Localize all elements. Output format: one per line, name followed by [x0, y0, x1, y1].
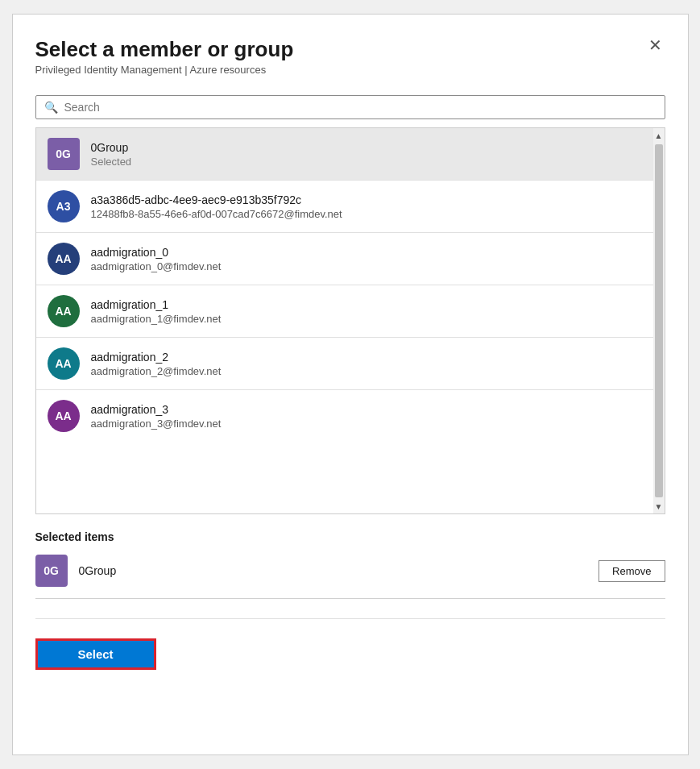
dialog-header: Select a member or group Privileged Iden… [35, 37, 665, 76]
selected-section: Selected items 0G 0Group Remove [35, 530, 665, 599]
avatar: AA [48, 295, 80, 327]
member-list-container: 0G 0Group Selected A3 a3a386d5-adbc-4ee9… [35, 127, 665, 514]
avatar: 0G [48, 138, 80, 170]
search-box: 🔍 [35, 95, 665, 119]
list-item[interactable]: AA aadmigration_1 aadmigration_1@fimdev.… [36, 285, 665, 338]
scroll-up-arrow[interactable]: ▲ [653, 128, 665, 143]
list-scroll-wrapper[interactable]: 0G 0Group Selected A3 a3a386d5-adbc-4ee9… [36, 128, 665, 513]
close-button[interactable]: ✕ [645, 37, 665, 53]
selected-item-row: 0G 0Group Remove [35, 555, 665, 599]
selected-avatar: 0G [35, 555, 68, 587]
dialog-footer: Select [35, 618, 665, 670]
avatar: AA [48, 347, 80, 380]
scroll-down-arrow[interactable]: ▼ [653, 499, 665, 513]
list-item[interactable]: AA aadmigration_3 aadmigration_3@fimdev.… [36, 390, 665, 442]
item-sub: 12488fb8-8a55-46e6-af0d-007cad7c6672@fim… [91, 208, 342, 220]
selected-item-name: 0Group [79, 564, 588, 577]
item-name: aadmigration_1 [91, 298, 222, 311]
dialog-title: Select a member or group [35, 37, 294, 62]
select-member-dialog: Select a member or group Privileged Iden… [12, 14, 689, 755]
list-item[interactable]: AA aadmigration_2 aadmigration_2@fimdev.… [36, 338, 665, 390]
item-name: a3a386d5-adbc-4ee9-aec9-e913b35f792c [91, 193, 342, 206]
item-sub: aadmigration_1@fimdev.net [91, 313, 222, 325]
close-icon: ✕ [648, 36, 662, 54]
scroll-thumb[interactable] [655, 144, 663, 497]
item-sub: aadmigration_2@fimdev.net [91, 365, 222, 377]
item-name: aadmigration_3 [91, 403, 222, 416]
item-sub: aadmigration_3@fimdev.net [91, 418, 222, 430]
select-button[interactable]: Select [35, 638, 156, 670]
header-text: Select a member or group Privileged Iden… [35, 37, 294, 76]
item-status: Selected [91, 156, 132, 168]
avatar: AA [48, 243, 80, 275]
item-info: aadmigration_0 aadmigration_0@fimdev.net [91, 246, 222, 272]
avatar: A3 [48, 190, 80, 222]
item-info: aadmigration_2 aadmigration_2@fimdev.net [91, 351, 222, 377]
item-info: aadmigration_3 aadmigration_3@fimdev.net [91, 403, 222, 430]
list-item[interactable]: AA aadmigration_0 aadmigration_0@fimdev.… [36, 233, 665, 285]
item-name: aadmigration_2 [91, 351, 222, 364]
item-info: aadmigration_1 aadmigration_1@fimdev.net [91, 298, 222, 325]
list-item[interactable]: A3 a3a386d5-adbc-4ee9-aec9-e913b35f792c … [36, 181, 665, 233]
item-name: aadmigration_0 [91, 246, 222, 259]
dialog-subtitle: Privileged Identity Management | Azure r… [35, 64, 294, 76]
selected-items-label: Selected items [35, 530, 665, 543]
avatar: AA [48, 400, 80, 432]
item-info: 0Group Selected [91, 141, 132, 168]
remove-button[interactable]: Remove [599, 560, 665, 582]
item-info: a3a386d5-adbc-4ee9-aec9-e913b35f792c 124… [91, 193, 342, 220]
search-input[interactable] [64, 101, 657, 114]
list-item[interactable]: 0G 0Group Selected [36, 128, 665, 181]
item-sub: aadmigration_0@fimdev.net [91, 260, 222, 272]
item-name: 0Group [91, 141, 132, 154]
search-icon: 🔍 [44, 101, 58, 114]
scrollbar[interactable]: ▲ ▼ [653, 128, 665, 513]
